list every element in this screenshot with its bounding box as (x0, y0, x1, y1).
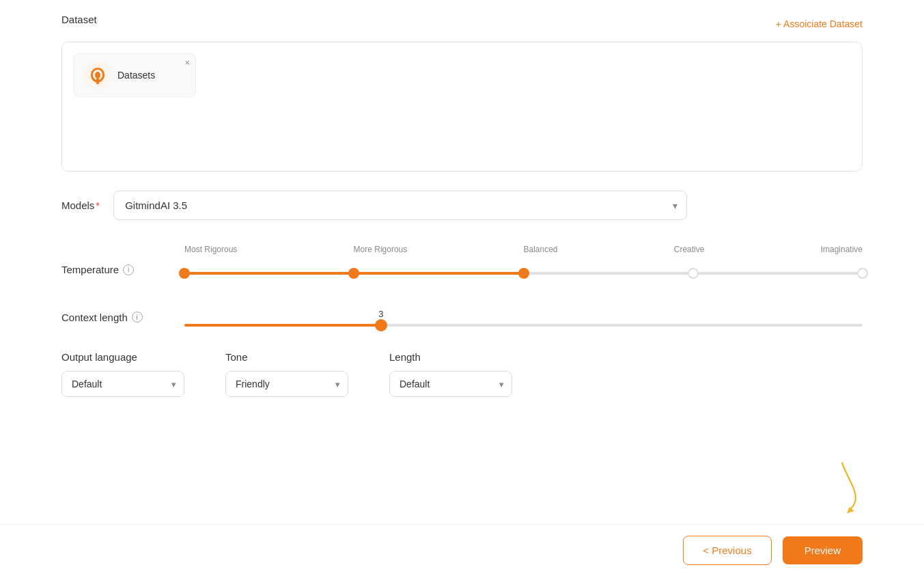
temp-label-1: More Rigorous (354, 245, 408, 254)
tone-select[interactable]: Friendly Formal Casual Professional (225, 371, 348, 397)
temperature-label: Temperature (61, 264, 119, 275)
context-thumb[interactable] (375, 319, 387, 331)
output-language-select-wrapper: Default English Chinese Japanese Spanish… (61, 371, 184, 397)
temp-dot-0[interactable] (179, 268, 190, 279)
temperature-info-icon[interactable]: i (123, 264, 134, 275)
dataset-card-name: Datasets (117, 70, 155, 81)
context-slider[interactable]: 3 (184, 324, 863, 327)
required-star: * (96, 200, 100, 211)
tone-select-wrapper: Friendly Formal Casual Professional ▾ (225, 371, 348, 397)
context-info-icon[interactable]: i (132, 312, 143, 323)
temp-dot-4[interactable] (857, 268, 868, 279)
temp-label-0: Most Rigorous (184, 245, 237, 254)
dataset-dropzone: × Datasets (61, 42, 863, 172)
models-label: Models* (61, 200, 100, 211)
temp-label-2: Balanced (523, 245, 557, 254)
models-select[interactable]: GitmindAI 3.5 GitmindAI 4.0 GPT-4 GPT-3.… (113, 191, 687, 220)
context-track-fill (184, 324, 381, 327)
arrow-decoration-icon (822, 460, 863, 515)
length-select[interactable]: Default Short Medium Long (389, 371, 512, 397)
associate-dataset-link[interactable]: + Assoiciate Dataset (776, 18, 863, 29)
tone-label: Tone (225, 351, 348, 363)
preview-button[interactable]: Preview (783, 536, 863, 564)
temperature-labels: Most Rigorous More Rigorous Balanced Cre… (184, 245, 863, 254)
context-label: Context length (61, 312, 128, 323)
dataset-card-close[interactable]: × (184, 58, 190, 67)
length-label: Length (389, 351, 512, 363)
output-language-select[interactable]: Default English Chinese Japanese Spanish (61, 371, 184, 397)
tone-group: Tone Friendly Formal Casual Professional… (225, 351, 348, 397)
output-language-label: Output language (61, 351, 184, 363)
output-language-group: Output language Default English Chinese … (61, 351, 184, 397)
temp-label-3: Creative (674, 245, 705, 254)
length-group: Length Default Short Medium Long ▾ (389, 351, 512, 397)
temp-dot-3[interactable] (688, 268, 699, 279)
temp-label-4: Imaginative (821, 245, 863, 254)
temperature-slider[interactable] (184, 260, 863, 287)
dataset-logo-icon (85, 62, 111, 88)
context-value: 3 (378, 309, 383, 319)
temp-dot-2[interactable] (518, 268, 529, 279)
dataset-card: × Datasets (73, 53, 196, 97)
temp-dot-1[interactable] (348, 268, 359, 279)
models-select-wrapper: GitmindAI 3.5 GitmindAI 4.0 GPT-4 GPT-3.… (113, 191, 687, 220)
length-select-wrapper: Default Short Medium Long ▾ (389, 371, 512, 397)
previous-button[interactable]: < Previous (683, 536, 771, 565)
dataset-label: Dataset (61, 14, 97, 25)
bottom-bar: < Previous Preview (0, 524, 924, 576)
